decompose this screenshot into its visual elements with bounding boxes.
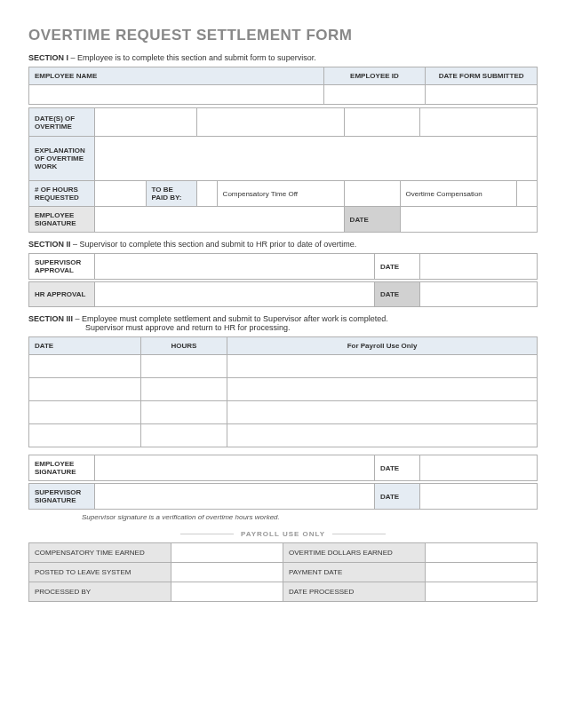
s3-hours-header: HOURS xyxy=(140,337,227,355)
section3-entries-table: DATE HOURS For Payroll Use Only xyxy=(28,336,538,447)
s3-row1-payroll[interactable] xyxy=(227,355,538,378)
s3-row4-payroll[interactable] xyxy=(227,424,538,447)
s3-emp-sig-label: EMPLOYEE SIGNATURE xyxy=(29,455,95,481)
s3-row2-hours[interactable] xyxy=(140,378,227,401)
employee-id-input[interactable] xyxy=(323,85,425,105)
s3-payroll-header: For Payroll Use Only xyxy=(227,337,538,355)
s3-date-header: DATE xyxy=(29,337,141,355)
dates-ot-input-4[interactable] xyxy=(420,108,538,137)
s3-sup-date-label: DATE xyxy=(374,484,419,510)
date-submitted-header: DATE FORM SUBMITTED xyxy=(426,67,538,85)
posted-leave-input[interactable] xyxy=(171,563,283,582)
s3-row3-date[interactable] xyxy=(29,401,141,424)
supervisor-date-label: DATE xyxy=(374,254,419,280)
supervisor-approval-input[interactable] xyxy=(95,254,375,280)
comp-time-checkbox[interactable] xyxy=(196,181,217,207)
payroll-table: COMPENSATORY TIME EARNED OVERTIME DOLLAR… xyxy=(28,542,538,602)
section2-heading: SECTION II – Supervisor to complete this… xyxy=(28,240,538,249)
section1-heading: SECTION I – Employee is to complete this… xyxy=(28,53,538,62)
s3-sup-date-input[interactable] xyxy=(420,484,538,510)
section1-top-table: EMPLOYEE NAME EMPLOYEE ID DATE FORM SUBM… xyxy=(28,67,538,105)
dates-ot-label: DATE(S) OF OVERTIME xyxy=(29,108,95,137)
ot-dollars-input[interactable] xyxy=(426,543,538,563)
explanation-input[interactable] xyxy=(95,137,538,181)
payment-date-input[interactable] xyxy=(426,563,538,582)
s3-row4-hours[interactable] xyxy=(140,424,227,447)
hr-date-label: DATE xyxy=(374,282,419,307)
s3-row4-date[interactable] xyxy=(29,424,141,447)
hours-req-input[interactable] xyxy=(95,181,146,207)
ot-dollars-label: OVERTIME DOLLARS EARNED xyxy=(283,543,425,563)
hr-date-input[interactable] xyxy=(420,282,538,307)
ot-comp-label: Overtime Compensation xyxy=(400,181,517,207)
posted-leave-label: POSTED TO LEAVE SYSTEM xyxy=(29,563,171,582)
dates-ot-input-3[interactable] xyxy=(344,108,420,137)
s3-sup-sig-label: SUPERVISOR SIGNATURE xyxy=(29,484,95,510)
processed-by-label: PROCESSED BY xyxy=(29,582,171,602)
section1-main-table: DATE(S) OF OVERTIME EXPLANATION OF OVERT… xyxy=(28,107,538,233)
payroll-heading: PAYROLL USE ONLY xyxy=(28,530,538,538)
section3-sig-table: EMPLOYEE SIGNATURE DATE SUPERVISOR SIGNA… xyxy=(28,455,538,510)
hours-req-label: # OF HOURS REQUESTED xyxy=(29,181,95,207)
ot-comp-checkbox[interactable] xyxy=(344,181,400,207)
s3-sup-sig-input[interactable] xyxy=(95,484,375,510)
comp-time-label: Compensatory Time Off xyxy=(217,181,344,207)
supervisor-date-input[interactable] xyxy=(420,254,538,280)
employee-name-input[interactable] xyxy=(29,85,324,105)
s3-row2-date[interactable] xyxy=(29,378,141,401)
date-submitted-input[interactable] xyxy=(426,85,538,105)
s3-emp-sig-input[interactable] xyxy=(95,455,375,481)
processed-by-input[interactable] xyxy=(171,582,283,602)
comp-time-earned-input[interactable] xyxy=(171,543,283,563)
form-page: OVERTIME REQUEST SETTLEMENT FORM SECTION… xyxy=(0,0,566,728)
s3-row1-date[interactable] xyxy=(29,355,141,378)
paid-by-label: TO BE PAID BY: xyxy=(146,181,196,207)
dates-ot-input-2[interactable] xyxy=(196,108,344,137)
employee-name-header: EMPLOYEE NAME xyxy=(29,67,324,85)
s3-row3-hours[interactable] xyxy=(140,401,227,424)
s3-emp-date-input[interactable] xyxy=(420,455,538,481)
s3-row1-hours[interactable] xyxy=(140,355,227,378)
dates-ot-input-1[interactable] xyxy=(95,108,196,137)
paid-by-spacer xyxy=(517,181,538,207)
date-processed-label: DATE PROCESSED xyxy=(283,582,425,602)
emp-sig-date-label: DATE xyxy=(344,207,400,233)
form-title: OVERTIME REQUEST SETTLEMENT FORM xyxy=(28,27,538,44)
s3-row2-payroll[interactable] xyxy=(227,378,538,401)
emp-sig-date-input[interactable] xyxy=(400,207,537,233)
hr-approval-input[interactable] xyxy=(95,282,375,307)
employee-id-header: EMPLOYEE ID xyxy=(323,67,425,85)
section3-heading: SECTION III – Employee must complete set… xyxy=(28,314,538,332)
s3-footnote: Supervisor signature is a verification o… xyxy=(82,513,538,521)
comp-time-earned-label: COMPENSATORY TIME EARNED xyxy=(29,543,171,563)
s3-row3-payroll[interactable] xyxy=(227,401,538,424)
payment-date-label: PAYMENT DATE xyxy=(283,563,425,582)
emp-sig-label: EMPLOYEE SIGNATURE xyxy=(29,207,95,233)
section2-table: SUPERVISOR APPROVAL DATE HR APPROVAL DAT… xyxy=(28,253,538,307)
emp-sig-input[interactable] xyxy=(95,207,344,233)
s3-emp-date-label: DATE xyxy=(374,455,419,481)
date-processed-input[interactable] xyxy=(426,582,538,602)
supervisor-approval-label: SUPERVISOR APPROVAL xyxy=(29,254,95,280)
hr-approval-label: HR APPROVAL xyxy=(29,282,95,307)
explanation-label: EXPLANATION OF OVERTIME WORK xyxy=(29,137,95,181)
